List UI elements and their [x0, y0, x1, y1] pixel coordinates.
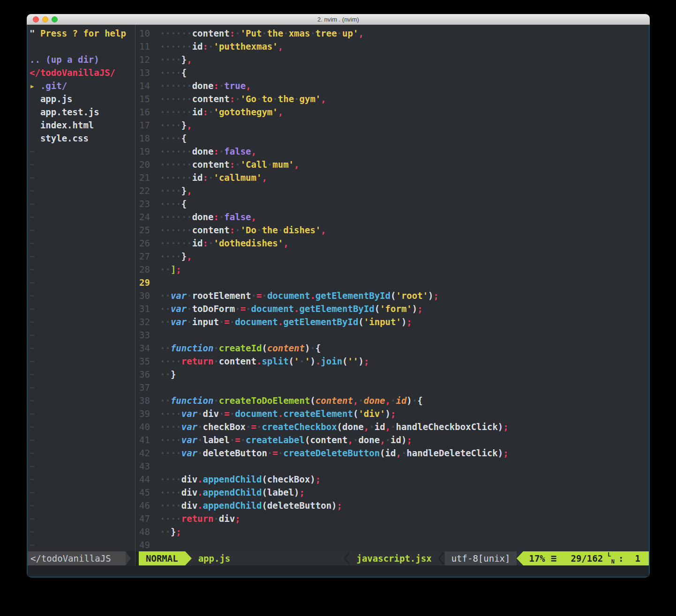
tree-item-index-html[interactable]: index.html — [28, 119, 135, 132]
code-line-19[interactable]: 19······done:·false, — [135, 145, 649, 158]
line-number: 17 — [135, 119, 150, 132]
code-line-30[interactable]: 30··var·rootElement·=·document.getElemen… — [135, 289, 649, 302]
position-colon: : — [618, 553, 623, 564]
tree-item-style-css[interactable]: style.css — [28, 132, 135, 145]
line-number: 46 — [135, 499, 150, 512]
code-line-34[interactable]: 34··function·createId(content)·{ — [135, 341, 649, 355]
filename-label: app.js — [198, 551, 231, 565]
empty-line-tilde: ~ — [28, 223, 135, 237]
scroll-percent: 17% — [529, 553, 545, 564]
line-number: 38 — [135, 394, 150, 407]
line-number: 41 — [135, 433, 150, 446]
code-line-40[interactable]: 40····var·checkBox·=·createCheckbox(done… — [135, 420, 649, 433]
line-number: 19 — [135, 145, 150, 158]
code-line-43[interactable]: 43 — [135, 460, 649, 473]
line-number: 20 — [135, 158, 150, 171]
position-segment: 17% ≡ 29/162 L N : 1 — [523, 551, 649, 565]
line-number: 15 — [135, 92, 150, 105]
tree-up-dir[interactable]: .. (up a dir) — [28, 53, 135, 66]
empty-line-tilde: ~ — [28, 512, 135, 525]
powerline-arrow-icon — [185, 551, 192, 565]
code-line-18[interactable]: 18····{ — [135, 132, 649, 145]
code-line-29[interactable]: 29 — [135, 276, 649, 289]
empty-line-tilde: ~ — [28, 302, 135, 315]
code-line-17[interactable]: 17····}, — [135, 119, 649, 132]
empty-line-tilde: ~ — [28, 394, 135, 407]
empty-line-tilde: ~ — [28, 210, 135, 223]
line-number: 10 — [135, 27, 150, 40]
code-line-32[interactable]: 32··var·input·=·document.getElementById(… — [135, 315, 649, 328]
code-line-24[interactable]: 24······done:·false, — [135, 210, 649, 223]
empty-line-tilde: ~ — [28, 171, 135, 184]
line-number: 18 — [135, 132, 150, 145]
line-number: 30 — [135, 289, 150, 302]
empty-line-tilde: ~ — [28, 289, 135, 302]
code-line-21[interactable]: 21······id:·'callmum', — [135, 171, 649, 184]
encoding-label: utf-8[unix] — [445, 551, 517, 565]
empty-line-tilde: ~ — [28, 381, 135, 394]
code-line-28[interactable]: 28··]; — [135, 263, 649, 276]
line-number: 31 — [135, 302, 150, 315]
line-number: 29 — [135, 276, 150, 289]
empty-line-tilde: ~ — [28, 499, 135, 512]
code-line-33[interactable]: 33 — [135, 328, 649, 341]
airline-statusline: NORMAL app.js javascript.jsx utf-8[unix]… — [135, 551, 649, 565]
empty-line-tilde: ~ — [28, 158, 135, 171]
line-number: 13 — [135, 66, 150, 79]
code-line-48[interactable]: 48··}; — [135, 525, 649, 538]
code-line-31[interactable]: 31··var·toDoForm·=·document.getElementBy… — [135, 302, 649, 315]
code-line-14[interactable]: 14······done:·true, — [135, 79, 649, 92]
line-number: 21 — [135, 171, 150, 184]
lines-icon: ≡ — [551, 553, 557, 564]
code-line-46[interactable]: 46····div.appendChild(deleteButton); — [135, 499, 649, 512]
line-number: 48 — [135, 525, 150, 538]
code-line-20[interactable]: 20······content:·'Call·mum', — [135, 158, 649, 171]
code-line-10[interactable]: 10······content:·'Put·the·xmas·tree·up', — [135, 27, 649, 40]
line-number: 25 — [135, 223, 150, 237]
code-line-37[interactable]: 37 — [135, 381, 649, 394]
line-number: 12 — [135, 53, 150, 66]
line-number: 37 — [135, 381, 150, 394]
code-line-27[interactable]: 27····}, — [135, 250, 649, 263]
code-line-41[interactable]: 41····var·label·=·createLabel(content,·d… — [135, 433, 649, 446]
code-line-11[interactable]: 11······id:·'putthexmas', — [135, 40, 649, 53]
cursor-position: 29/162 — [571, 553, 603, 564]
tree-item-app-js[interactable]: app.js — [28, 92, 135, 105]
code-line-39[interactable]: 39····var·div·=·document.createElement('… — [135, 407, 649, 420]
nvim-terminal: " Press ? for help.. (up a dir)</todoVan… — [27, 25, 650, 578]
code-line-44[interactable]: 44····div.appendChild(checkBox); — [135, 473, 649, 486]
line-number: 24 — [135, 210, 150, 223]
line-number: 33 — [135, 328, 150, 341]
code-line-47[interactable]: 47····return·div; — [135, 512, 649, 525]
file-explorer-rows: " Press ? for help.. (up a dir)</todoVan… — [28, 27, 135, 551]
line-number-icon: L N — [608, 553, 615, 564]
code-line-16[interactable]: 16······id:·'gotothegym', — [135, 105, 649, 119]
code-line-22[interactable]: 22····}, — [135, 184, 649, 197]
terminal-window: 2. nvim . (nvim) " Press ? for help.. (u… — [27, 14, 650, 578]
code-line-49[interactable]: 49 — [135, 538, 649, 551]
tree-root[interactable]: </todoVanillaJS/ — [28, 66, 135, 79]
tree-item-git-dir[interactable]: ▸ .git/ — [28, 79, 135, 92]
empty-line-tilde: ~ — [28, 473, 135, 486]
line-number: 40 — [135, 420, 150, 433]
code-line-12[interactable]: 12····}, — [135, 53, 649, 66]
code-line-25[interactable]: 25······content:·'Do·the·dishes', — [135, 223, 649, 237]
code-line-38[interactable]: 38··function·createToDoElement(content,·… — [135, 394, 649, 407]
code-line-23[interactable]: 23····{ — [135, 197, 649, 210]
powerline-arrow-icon — [126, 551, 131, 565]
empty-line-tilde: ~ — [28, 538, 135, 551]
code-line-15[interactable]: 15······content:·'Go·to·the·gym', — [135, 92, 649, 105]
command-line[interactable] — [28, 565, 649, 577]
code-line-35[interactable]: 35····return·content.split('·').join('')… — [135, 355, 649, 368]
code-line-36[interactable]: 36··} — [135, 368, 649, 381]
window-titlebar: 2. nvim . (nvim) — [27, 14, 650, 25]
blank-row — [28, 40, 135, 53]
editor-pane[interactable]: 10······content:·'Put·the·xmas·tree·up',… — [135, 25, 649, 551]
tree-item-app-test-js[interactable]: app.test.js — [28, 105, 135, 119]
empty-line-tilde: ~ — [28, 525, 135, 538]
code-line-26[interactable]: 26······id:·'dothedishes', — [135, 237, 649, 250]
code-line-13[interactable]: 13····{ — [135, 66, 649, 79]
code-line-45[interactable]: 45····div.appendChild(label); — [135, 486, 649, 499]
code-line-42[interactable]: 42····var·deleteButton·=·createDeleteBut… — [135, 446, 649, 460]
line-number: 43 — [135, 460, 150, 473]
